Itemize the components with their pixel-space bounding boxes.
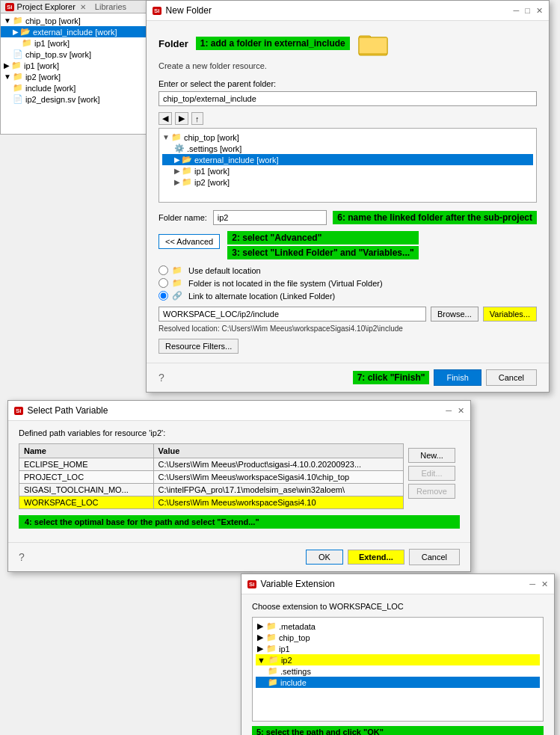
spv-table: Name Value ECLIPSE_HOME C:\Users\Wim Mee… — [19, 443, 404, 509]
tree-toolbar: ◀ ▶ ↑ — [159, 112, 537, 125]
folder-label: Folder — [159, 38, 188, 49]
select-path-dialog: Si Select Path Variable ─ ✕ Defined path… — [7, 400, 471, 572]
tree-item-ip1[interactable]: ▶ 📁 ip1 [work] — [1, 60, 149, 71]
annotation7: 7: click "Finish" — [353, 371, 430, 384]
tree-item-external-include[interactable]: ▶ 📂 external_include [work] — [1, 26, 149, 37]
edit-button[interactable]: Edit... — [408, 466, 455, 481]
tree-item-include[interactable]: 📁 include [work] — [1, 82, 149, 93]
finish-button[interactable]: Finish — [434, 369, 481, 386]
spv-help-icon[interactable]: ? — [19, 551, 25, 563]
radio-default[interactable]: 📁 Use default location — [159, 265, 537, 275]
close-icon[interactable]: ✕ — [536, 6, 543, 16]
toolbar-back-btn[interactable]: ◀ — [159, 112, 172, 125]
ve-item-ip1[interactable]: ▶ 📁 ip1 — [256, 643, 540, 654]
row-name: WORKSPACE_LOC — [19, 496, 154, 509]
dialog-controls: ─ □ ✕ — [514, 6, 543, 16]
new-button[interactable]: New... — [408, 448, 455, 463]
radio-virtual-label: Folder is not located in the file system… — [188, 279, 383, 288]
spv-close-icon[interactable]: ✕ — [458, 406, 464, 416]
tree-item-chip-top[interactable]: ▼ 📁 chip_top [work] — [1, 15, 149, 26]
ft-external-include[interactable]: ▶ 📂 external_include [work] — [162, 154, 533, 165]
radio-default-label: Use default location — [188, 266, 261, 275]
row-name: SIGASI_TOOLCHAIN_MO... — [19, 484, 154, 496]
ve-item-ip2[interactable]: ▼ 📁 ip2 — [256, 654, 540, 665]
location-input[interactable] — [159, 307, 426, 322]
browse-button[interactable]: Browse... — [431, 307, 479, 322]
ft-chip-top[interactable]: ▼ 📁 chip_top [work] — [162, 132, 533, 143]
ve-controls: ─ ✕ — [529, 579, 548, 589]
parent-folder-input[interactable] — [159, 91, 537, 106]
spv-minimize-icon[interactable]: ─ — [446, 406, 452, 416]
toolbar-forward-btn[interactable]: ▶ — [175, 112, 188, 125]
panel-header: Si Project Explorer ✕ Libraries — [1, 1, 149, 13]
remove-button[interactable]: Remove — [408, 484, 455, 499]
tree-item-chip-top-sv[interactable]: 📄 chip_top.sv [work] — [1, 49, 149, 60]
radio-linked-label: Link to alternate location (Linked Folde… — [188, 292, 335, 301]
folder-tree: ▼ 📁 chip_top [work] ⚙️ .settings [work] … — [159, 128, 537, 203]
row-value: C:\Users\Wim Meeus\workspaceSigasi4.10 — [153, 496, 403, 509]
ft-ip2[interactable]: ▶ 📁 ip2 [work] — [162, 176, 533, 188]
dialog-title-text: New Folder — [166, 5, 212, 16]
spv-content-row: Name Value ECLIPSE_HOME C:\Users\Wim Mee… — [19, 443, 460, 509]
dialog-title: Si New Folder — [153, 5, 212, 16]
row-value: C:\intelFPGA_pro\17.1\modelsim_ase\win32… — [153, 484, 403, 496]
project-explorer-tab[interactable]: Project Explorer — [17, 2, 76, 11]
dialog-footer: ? 7: click "Finish" Finish Cancel — [147, 363, 549, 392]
folder-name-label: Folder name: — [159, 213, 207, 222]
annotation4: 4: select the optimal base for the path … — [19, 515, 460, 529]
spv-actions: New... Edit... Remove — [404, 443, 460, 509]
spv-subtitle: Defined path variables for resource 'ip2… — [19, 428, 460, 437]
ve-tree: ▶ 📁 .metadata ▶ 📁 chip_top ▶ 📁 ip1 ▼ 📁 i… — [252, 617, 544, 722]
ve-item-settings[interactable]: 📁 .settings — [256, 665, 540, 677]
ve-subtitle: Choose extension to WORKSPACE_LOC — [252, 602, 544, 611]
ve-body: Choose extension to WORKSPACE_LOC ▶ 📁 .m… — [241, 594, 554, 735]
cancel-button[interactable]: Cancel — [486, 369, 537, 386]
radio-group: 📁 Use default location 📁 Folder is not l… — [159, 265, 537, 301]
table-row[interactable]: SIGASI_TOOLCHAIN_MO... C:\intelFPGA_pro\… — [19, 484, 404, 496]
resolved-location: Resolved location: C:\Users\Wim Meeus\wo… — [159, 325, 537, 333]
extend-button[interactable]: Extend... — [348, 550, 404, 565]
ve-item-chip-top[interactable]: ▶ 📁 chip_top — [256, 632, 540, 643]
spv-title-text: Select Path Variable — [28, 405, 108, 416]
tree-item-ip1-sub[interactable]: 📁 ip1 [work] — [1, 37, 149, 49]
row-value: C:\Users\Wim Meeus\workspaceSigasi4.10\c… — [153, 471, 403, 484]
tree-item-ip2[interactable]: ▼ 📁 ip2 [work] — [1, 71, 149, 82]
subtitle: Create a new folder resource. — [159, 61, 537, 70]
help-icon[interactable]: ? — [159, 372, 164, 384]
spv-ok-button[interactable]: OK — [306, 550, 343, 565]
annotation6: 6: name the linked folder after the sub-… — [333, 211, 537, 224]
row-name: ECLIPSE_HOME — [19, 458, 154, 471]
radio-linked[interactable]: 🔗 Link to alternate location (Linked Fol… — [159, 291, 537, 301]
ve-close-icon[interactable]: ✕ — [541, 579, 548, 589]
libraries-tab[interactable]: Libraries — [95, 2, 126, 11]
minimize-icon[interactable]: ─ — [514, 6, 520, 16]
tree-item-ip2-design[interactable]: 📄 ip2_design.sv [work] — [1, 93, 149, 105]
folder-large-icon — [357, 30, 389, 57]
ve-minimize-icon[interactable]: ─ — [529, 579, 535, 589]
panel-close-icon[interactable]: ✕ — [80, 3, 86, 11]
annotation3: 3: select "Linked Folder" and "Variables… — [227, 246, 419, 259]
table-row-workspace-loc[interactable]: WORKSPACE_LOC C:\Users\Wim Meeus\workspa… — [19, 496, 404, 509]
spv-cancel-button[interactable]: Cancel — [409, 549, 460, 565]
project-explorer: Si Project Explorer ✕ Libraries ▼ 📁 chip… — [0, 0, 150, 135]
table-row[interactable]: PROJECT_LOC C:\Users\Wim Meeus\workspace… — [19, 471, 404, 484]
parent-folder-label: Enter or select the parent folder: — [159, 79, 537, 88]
advanced-button[interactable]: << Advanced — [159, 234, 220, 249]
folder-name-input[interactable] — [213, 210, 327, 225]
maximize-icon[interactable]: □ — [525, 6, 530, 16]
project-tree: ▼ 📁 chip_top [work] ▶ 📂 external_include… — [1, 13, 149, 106]
resource-filters-button[interactable]: Resource Filters... — [159, 339, 239, 354]
ve-item-metadata[interactable]: ▶ 📁 .metadata — [256, 621, 540, 632]
row-value: C:\Users\Wim Meeus\Product\sigasi-4.10.0… — [153, 458, 403, 471]
ft-settings[interactable]: ⚙️ .settings [work] — [162, 143, 533, 154]
si-icon: Si — [14, 407, 23, 415]
radio-virtual[interactable]: 📁 Folder is not located in the file syst… — [159, 278, 537, 288]
table-row[interactable]: ECLIPSE_HOME C:\Users\Wim Meeus\Product\… — [19, 458, 404, 471]
dialog-body: Folder 1: add a folder in external_inclu… — [147, 21, 549, 363]
ft-ip1[interactable]: ▶ 📁 ip1 [work] — [162, 165, 533, 176]
variables-button[interactable]: Variables... — [483, 307, 537, 322]
location-row: Browse... Variables... — [159, 307, 537, 322]
new-folder-dialog: Si New Folder ─ □ ✕ Folder 1: add a fold… — [146, 0, 550, 393]
ve-item-include[interactable]: 📁 include — [256, 677, 540, 688]
toolbar-up-btn[interactable]: ↑ — [191, 112, 203, 125]
